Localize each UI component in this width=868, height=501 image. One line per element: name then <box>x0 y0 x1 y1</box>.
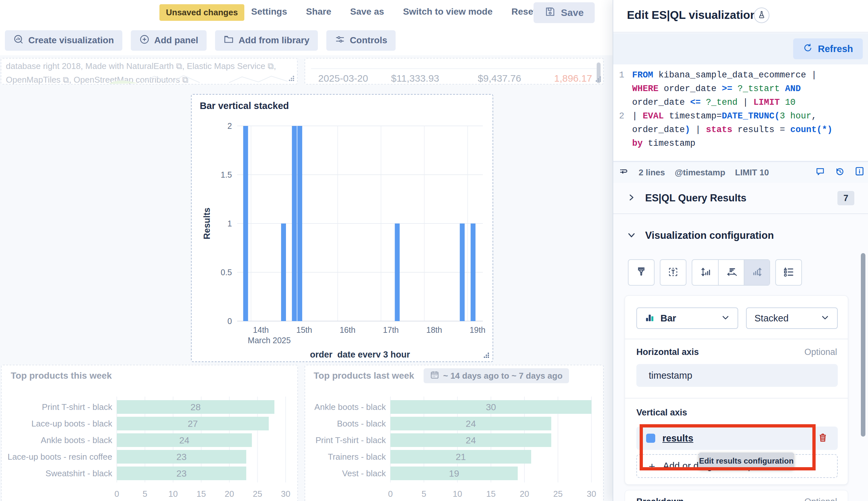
code-line[interactable]: by timestamp <box>613 137 868 150</box>
create-visualization-button[interactable]: Create visualization <box>5 30 122 51</box>
horizontal-axis-field[interactable]: timestamp <box>636 364 838 387</box>
docs-icon[interactable] <box>854 166 865 179</box>
tech-preview-badge[interactable] <box>754 8 769 23</box>
reset-link[interactable]: Reset <box>512 7 536 17</box>
top-products-last-week-panel[interactable]: Top products last week ~ 14 days ago to … <box>304 365 604 501</box>
vertical-axis-field[interactable]: results <box>636 426 838 450</box>
settings-link[interactable]: Settings <box>251 7 287 17</box>
time-range-badge[interactable]: ~ 14 days ago to ~ 7 days ago <box>424 368 569 383</box>
x-tick-label: 30 <box>587 489 596 499</box>
bar[interactable] <box>460 224 464 321</box>
bar-vertical-stacked-chart[interactable]: 00.511.5214thMarch 202515th16th17th18th1… <box>192 110 494 358</box>
stacking-select[interactable]: Stacked <box>746 307 838 329</box>
bar-vertical-stacked-panel[interactable]: Bar vertical stacked 00.511.5214thMarch … <box>191 94 493 362</box>
code-line[interactable]: order_date) | stats results = count(*) <box>613 123 868 137</box>
breakdown-card: Breakdown Optional <box>625 490 848 501</box>
bar-type-icon <box>645 313 655 324</box>
breakdown-label: Breakdown <box>636 497 684 501</box>
visualization-configuration-accordion[interactable]: Visualization configuration <box>627 230 774 242</box>
bar-value-label: 24 <box>179 435 189 445</box>
folder-icon <box>224 34 234 47</box>
edit-results-tooltip: Edit results configuration <box>699 452 794 469</box>
bar[interactable] <box>243 126 248 321</box>
save-button[interactable]: Save <box>534 2 595 23</box>
editor-lines-count: 2 lines <box>639 168 665 178</box>
x-tick-label: 10 <box>453 489 462 499</box>
horizontal-axis-label: Horizontal axis <box>636 347 699 357</box>
history-icon[interactable] <box>835 167 845 179</box>
left-axis-button[interactable] <box>692 260 718 285</box>
top-products-this-week-chart[interactable]: Print T-shirt - black28Lace-up boots - b… <box>2 394 299 501</box>
bar[interactable] <box>281 224 286 321</box>
chart-type-select[interactable]: Bar <box>636 307 738 329</box>
map-panel[interactable]: database right 2018, Made with NaturalEa… <box>1 58 298 85</box>
top-products-this-week-panel[interactable]: Top products this week Print T-shirt - b… <box>1 365 298 501</box>
controls-button[interactable]: Controls <box>326 30 396 51</box>
chevron-down-icon <box>821 313 829 323</box>
optional-label: Optional <box>804 347 837 357</box>
comment-icon[interactable] <box>815 167 825 179</box>
results-count-badge: 7 <box>837 191 854 205</box>
x-tick-label: 5 <box>422 489 426 499</box>
chevron-down-icon <box>627 230 636 241</box>
resize-handle-icon[interactable] <box>595 75 602 83</box>
chart-type-value: Bar <box>661 313 676 324</box>
add-from-library-button[interactable]: Add from library <box>215 30 318 51</box>
line-number <box>613 123 632 137</box>
add-panel-button[interactable]: Add panel <box>131 30 206 51</box>
esql-code-editor[interactable]: 1FROM kibana_sample_data_ecommerce |WHER… <box>613 64 868 161</box>
bar-value-label: 27 <box>188 419 198 429</box>
x-tick-label: 16th <box>340 325 356 334</box>
share-link[interactable]: Share <box>306 7 331 17</box>
chevron-right-icon <box>627 193 635 203</box>
refresh-button[interactable]: Refresh <box>793 39 863 59</box>
style-settings-button[interactable] <box>628 259 655 286</box>
x-tick-sublabel: March 2025 <box>248 336 291 345</box>
x-tick-label: 25 <box>554 489 563 499</box>
trash-icon[interactable] <box>817 433 828 444</box>
edit-esql-visualization-flyout: Edit ES|QL visualization Refresh 1FROM k… <box>613 0 868 501</box>
chevron-down-icon <box>721 313 730 323</box>
text-decoration-button[interactable] <box>660 259 686 286</box>
x-tick-label: 25 <box>253 489 262 499</box>
vertical-axis-label: Vertical axis <box>636 408 687 418</box>
map-preview-lines <box>1 74 297 84</box>
flyout-title: Edit ES|QL visualization <box>627 9 757 21</box>
bar[interactable] <box>471 224 476 321</box>
resize-handle-icon[interactable] <box>483 352 490 359</box>
y-axis-title: Results <box>202 207 212 239</box>
bar[interactable] <box>395 224 400 321</box>
code-line[interactable]: 2| EVAL timestamp=DATE_TRUNC(3 hour, <box>613 109 868 123</box>
editor-timestamp-field[interactable]: @timestamp <box>675 168 725 178</box>
right-axis-button[interactable] <box>744 260 769 285</box>
editor-footer: 2 lines @timestamp LIMIT 10 <box>613 161 868 183</box>
esql-query-results-accordion[interactable]: ES|QL Query Results 7 <box>613 183 868 214</box>
x-tick-label: 15 <box>486 489 496 499</box>
code-line[interactable]: WHERE order_date >= ?_tstart AND <box>613 82 868 96</box>
editor-limit: LIMIT 10 <box>735 168 769 178</box>
bar[interactable] <box>297 126 302 321</box>
save-as-link[interactable]: Save as <box>350 7 384 17</box>
panel-title: Bar vertical stacked <box>200 100 289 111</box>
category-label: Vest - black <box>342 468 386 478</box>
resize-handle-icon[interactable] <box>288 75 295 82</box>
y-tick-label: 0.5 <box>221 268 232 277</box>
code-line[interactable]: 1FROM kibana_sample_data_ecommerce | <box>613 68 868 82</box>
y-tick-label: 0 <box>227 317 232 326</box>
legend-settings-button[interactable] <box>775 259 802 286</box>
flyout-scrollbar[interactable] <box>861 253 865 437</box>
x-tick-label: 15 <box>196 489 206 499</box>
x-tick-label: 30 <box>281 489 290 499</box>
switch-to-view-mode-link[interactable]: Switch to view mode <box>403 7 493 17</box>
bar[interactable] <box>292 126 297 321</box>
top-navigation-bar: Unsaved changes Settings Share Save as S… <box>0 0 613 25</box>
viz-config-title: Visualization configuration <box>645 230 774 242</box>
table-panel[interactable]: 2025-03-20 $11,333.93 $9,437.76 1,896.17 <box>304 58 604 85</box>
table-cell-revenue: $11,333.93 <box>387 73 439 84</box>
code-line[interactable]: order_date <= ?_tend | LIMIT 10 <box>613 96 868 109</box>
vertical-axis-value-link[interactable]: results <box>662 433 693 444</box>
top-products-last-week-chart[interactable]: Ankle boots - black30Boots - black24Prin… <box>305 394 604 501</box>
category-label: Lace-up boots - resin coffee <box>8 452 112 462</box>
series-color-swatch[interactable] <box>646 434 655 443</box>
bottom-axis-button[interactable] <box>718 260 744 285</box>
